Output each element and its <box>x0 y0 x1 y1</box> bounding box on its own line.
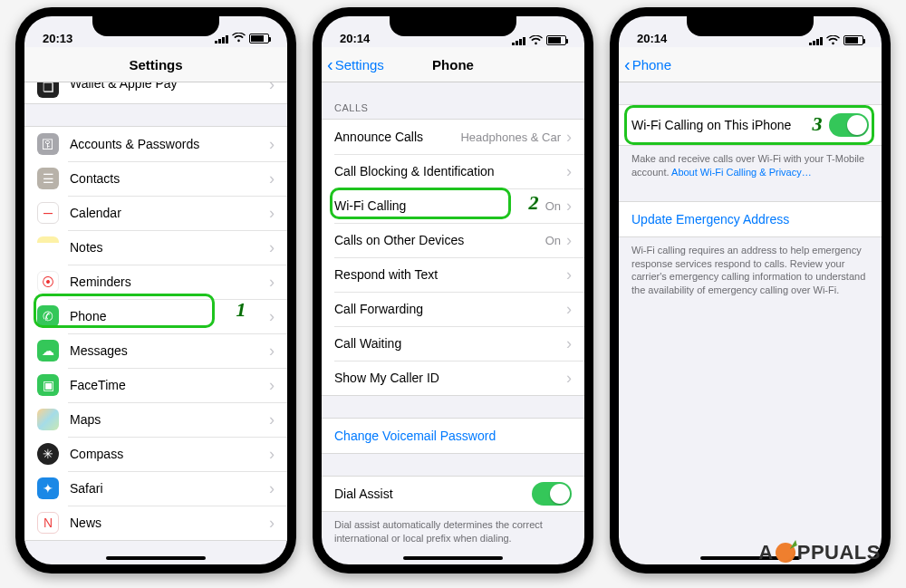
chevron-left-icon: ‹ <box>624 55 631 73</box>
nav-bar: ‹ Phone <box>619 47 882 82</box>
wallet-icon: ❏ <box>37 82 59 98</box>
row-notes[interactable]: Notes› <box>24 230 287 265</box>
row-call-blocking[interactable]: Call Blocking & Identification › <box>322 154 584 188</box>
step-2-badge: 2 <box>521 190 546 216</box>
page-title: Settings <box>24 57 287 72</box>
wifi-icon <box>529 35 543 45</box>
maps-icon <box>37 409 59 430</box>
row-announce-calls[interactable]: Announce Calls Headphones & Car › <box>322 120 584 154</box>
signal-icon <box>809 36 823 45</box>
battery-icon <box>546 35 566 45</box>
status-time: 20:14 <box>340 32 370 45</box>
phone-wifi-calling: 20:14 ‹ Phone Wi-Fi Calling on This iPho… <box>610 7 891 574</box>
home-indicator[interactable] <box>106 556 206 560</box>
contacts-icon: ☰ <box>37 168 59 189</box>
chevron-right-icon: › <box>269 82 275 92</box>
row-safari[interactable]: ✦ Safari› <box>24 471 287 506</box>
phone-phone-settings: 20:14 ‹ Settings Phone CALLS Announ <box>313 7 593 574</box>
status-time: 20:14 <box>637 32 667 45</box>
row-calendar[interactable]: — Calendar› <box>24 196 287 230</box>
signal-icon <box>512 36 525 45</box>
home-indicator[interactable] <box>403 556 503 560</box>
row-wallet[interactable]: ❏ Wallet & Apple Pay › <box>24 82 287 103</box>
appuals-watermark: APPUALS <box>758 541 881 564</box>
appuals-logo-icon <box>776 543 795 563</box>
row-facetime[interactable]: ▣ FaceTime› <box>24 368 287 402</box>
row-accounts[interactable]: ⚿ Accounts & Passwords› <box>24 127 287 161</box>
dial-assist-toggle[interactable] <box>532 482 572 506</box>
battery-icon <box>249 34 269 43</box>
nav-bar: ‹ Settings Phone <box>322 47 584 82</box>
news-icon: N <box>37 512 59 534</box>
back-button[interactable]: ‹ Phone <box>619 55 671 73</box>
back-button[interactable]: ‹ Settings <box>322 55 384 73</box>
back-label: Phone <box>632 57 671 72</box>
row-change-voicemail[interactable]: Change Voicemail Password <box>322 419 584 453</box>
privacy-link[interactable]: About Wi-Fi Calling & Privacy… <box>671 167 812 178</box>
wifi-calling-note: Make and receive calls over Wi-Fi with y… <box>619 146 882 179</box>
facetime-icon: ▣ <box>37 374 59 396</box>
section-header-calls: CALLS <box>322 82 584 119</box>
messages-icon: ☁ <box>37 340 59 361</box>
chevron-left-icon: ‹ <box>327 55 333 73</box>
phone-settings: 20:13 Settings ❏ Wallet & Apple Pay <box>15 7 296 574</box>
row-respond-text[interactable]: Respond with Text › <box>322 257 584 292</box>
row-compass[interactable]: ✳ Compass› <box>24 437 287 471</box>
row-update-emergency[interactable]: Update Emergency Address <box>619 202 882 236</box>
row-forwarding[interactable]: Call Forwarding › <box>322 292 584 326</box>
notch <box>92 16 219 36</box>
row-maps[interactable]: Maps› <box>24 402 287 437</box>
row-wifi-calling-toggle[interactable]: Wi-Fi Calling on This iPhone <box>619 105 882 145</box>
reminders-icon: ⦿ <box>37 271 59 293</box>
signal-icon <box>215 34 228 43</box>
notch <box>687 16 814 36</box>
notes-icon <box>37 236 59 258</box>
chevron-right-icon: › <box>566 129 572 145</box>
back-label: Settings <box>335 57 384 72</box>
wifi-calling-toggle[interactable] <box>829 113 869 137</box>
row-messages[interactable]: ☁ Messages› <box>24 333 287 368</box>
wifi-icon <box>826 35 840 45</box>
calendar-icon: — <box>37 202 59 224</box>
row-waiting[interactable]: Call Waiting › <box>322 326 584 361</box>
row-other-devices[interactable]: Calls on Other Devices On › <box>322 223 584 257</box>
wifi-icon <box>232 32 246 45</box>
compass-icon: ✳ <box>37 443 59 465</box>
row-reminders[interactable]: ⦿ Reminders› <box>24 265 287 299</box>
emergency-note: Wi-Fi calling requires an address to hel… <box>619 237 882 297</box>
row-dial-assist[interactable]: Dial Assist <box>322 477 584 511</box>
status-time: 20:13 <box>43 32 72 45</box>
nav-bar: Settings <box>24 47 287 82</box>
step-1-badge: 1 <box>228 297 254 323</box>
battery-icon <box>843 35 863 45</box>
row-news[interactable]: N News› <box>24 506 287 540</box>
notch <box>390 16 516 36</box>
row-label: Wallet & Apple Pay <box>70 82 269 91</box>
key-icon: ⚿ <box>37 133 59 155</box>
phone-icon: ✆ <box>37 305 59 327</box>
row-caller-id[interactable]: Show My Caller ID › <box>322 361 584 395</box>
step-3-badge: 3 <box>805 111 830 137</box>
dial-assist-note: Dial assist automatically determines the… <box>322 512 584 545</box>
row-contacts[interactable]: ☰ Contacts› <box>24 161 287 196</box>
safari-icon: ✦ <box>37 477 59 499</box>
